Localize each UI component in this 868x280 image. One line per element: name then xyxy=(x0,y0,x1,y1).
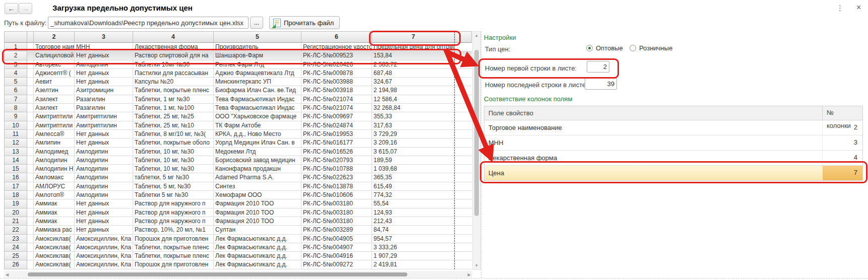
grid-cell[interactable]: МНН xyxy=(75,43,133,51)
grid-cell[interactable] xyxy=(27,199,34,208)
grid-cell[interactable]: Амлодипин xyxy=(75,173,133,182)
row-number-cell[interactable]: 8 xyxy=(5,104,27,112)
row-number-cell[interactable]: 23 xyxy=(5,235,27,243)
grid-cell[interactable]: Амлодипин xyxy=(75,165,133,173)
grid-cell[interactable]: Амоксиклав( xyxy=(34,243,75,252)
grid-cell[interactable] xyxy=(27,226,34,234)
grid-cell[interactable]: Таблетки, покрытые пленс xyxy=(133,243,214,252)
grid-cell[interactable]: Амлодипин xyxy=(75,60,133,69)
grid-cell[interactable]: Султан xyxy=(214,226,301,234)
mapping-row[interactable]: МНН3 xyxy=(484,135,862,151)
grid-cell[interactable] xyxy=(27,243,34,252)
grid-cell[interactable]: Аджио Фармацевтикалз Лтд xyxy=(214,69,301,78)
grid-cell[interactable]: Амоксиклав( xyxy=(34,260,75,269)
grid-cell[interactable] xyxy=(455,226,472,234)
grid-cell[interactable]: РК-ЛС-5№004916 xyxy=(301,252,372,260)
grid-cell[interactable]: Предельная цена для оптовой реализации xyxy=(372,43,455,51)
column-header-cell[interactable]: 7 xyxy=(372,32,455,43)
grid-cell[interactable] xyxy=(455,43,472,51)
grid-cell[interactable]: Уорлд Медицин Илач Сан. в xyxy=(214,138,301,147)
grid-cell[interactable] xyxy=(455,130,472,138)
grid-cell[interactable] xyxy=(455,112,472,121)
column-header-cell[interactable]: 4 xyxy=(133,32,214,43)
grid-cell[interactable] xyxy=(27,156,34,165)
grid-cell[interactable]: Амлодипин xyxy=(75,148,133,156)
grid-cell[interactable] xyxy=(27,148,34,156)
grid-cell[interactable]: РК-ЛС-5№004907 xyxy=(301,243,372,252)
grid-cell[interactable] xyxy=(455,51,472,60)
grid-cell[interactable]: РК-ЛС-5№020793 xyxy=(301,156,372,165)
mapping-column-number-cell[interactable]: 2 xyxy=(822,120,862,135)
mapping-row[interactable]: Торговое наименование2 xyxy=(484,120,862,135)
row-number-cell[interactable]: 19 xyxy=(5,199,27,208)
grid-cell[interactable]: РК-ЛС-5№003180 xyxy=(301,208,372,217)
grid-cell[interactable]: Амлесса® xyxy=(34,130,75,138)
grid-cell[interactable] xyxy=(27,69,34,78)
grid-cell[interactable]: РК-ЛС-5№009878 xyxy=(301,69,372,78)
grid-cell[interactable]: АМЛОРУС xyxy=(34,182,75,191)
row-number-cell[interactable]: 3 xyxy=(5,60,27,69)
radio-retail[interactable]: Розничные xyxy=(630,44,672,52)
grid-cell[interactable]: Амломакс xyxy=(34,173,75,182)
grid-cell[interactable]: Аммиака рас xyxy=(34,226,75,234)
grid-cell[interactable]: РК-ЛС-5№022623 xyxy=(301,173,372,182)
row-number-cell[interactable]: 2 xyxy=(5,51,27,60)
grid-cell[interactable] xyxy=(455,217,472,226)
row-number-cell[interactable]: 24 xyxy=(5,243,27,252)
grid-cell[interactable] xyxy=(27,130,34,138)
grid-cell[interactable]: Минскинтеркапс УП xyxy=(214,78,301,86)
row-number-cell[interactable]: 25 xyxy=(5,252,27,260)
grid-cell[interactable]: Таблетки, 1 мг №30 xyxy=(133,95,214,104)
scroll-right-icon[interactable]: ▶ xyxy=(468,272,471,277)
grid-cell[interactable]: Производитель xyxy=(214,43,301,51)
grid-cell[interactable]: Аджисепт® ( xyxy=(34,69,75,78)
scroll-up-icon[interactable]: ▲ xyxy=(473,33,480,38)
read-file-button[interactable]: Прочитать файл xyxy=(269,16,340,29)
grid-cell[interactable]: Таблетки 5 мг №30 xyxy=(133,191,214,199)
panel-splitter-vertical[interactable] xyxy=(481,31,481,278)
mapping-column-number-cell[interactable]: 4 xyxy=(822,151,862,165)
mapping-field-cell[interactable]: Торговое наименование xyxy=(484,124,822,131)
grid-cell[interactable]: Медокеми Лтд xyxy=(214,148,301,156)
first-row-input[interactable] xyxy=(587,61,609,73)
grid-cell[interactable]: РК-ЛС-5№020426 xyxy=(301,60,372,69)
grid-cell[interactable]: 355,33 xyxy=(372,112,455,121)
grid-cell[interactable]: Амлодипин xyxy=(75,182,133,191)
grid-cell[interactable] xyxy=(27,182,34,191)
grid-cell[interactable]: Амлотоп® xyxy=(34,191,75,199)
grid-cell[interactable]: 32 268,84 xyxy=(372,104,455,112)
row-number-cell[interactable]: 26 xyxy=(5,260,27,269)
grid-cell[interactable]: РК-ЛС-5№009697 xyxy=(301,112,372,121)
grid-cell[interactable]: Азелтин xyxy=(34,86,75,95)
grid-cell[interactable]: Пастилки для рассасыван xyxy=(133,69,214,78)
grid-cell[interactable]: Регистрационное удостоверение xyxy=(301,43,372,51)
grid-cell[interactable]: Таблетки, покрытые пленс xyxy=(133,252,214,260)
row-number-cell[interactable]: 4 xyxy=(5,69,27,78)
grid-cell[interactable] xyxy=(27,78,34,86)
grid-cell[interactable]: Аевит xyxy=(34,78,75,86)
grid-cell[interactable]: Биофарма Илач Сан. ве.Тид xyxy=(214,86,301,95)
vertical-scroll-thumb[interactable] xyxy=(474,50,479,216)
row-number-cell[interactable]: 20 xyxy=(5,208,27,217)
grid-cell[interactable]: 12 586,4 xyxy=(372,95,455,104)
grid-cell[interactable]: Нет данных xyxy=(75,226,133,234)
grid-cell[interactable]: Синтез xyxy=(214,182,301,191)
grid-cell[interactable] xyxy=(27,95,34,104)
grid-cell[interactable]: 365,35 xyxy=(372,173,455,182)
grid-cell[interactable]: 3 209,16 xyxy=(372,138,455,147)
grid-cell[interactable]: 2 419,81 xyxy=(372,260,455,269)
grid-cell[interactable]: Азилект xyxy=(34,95,75,104)
grid-cell[interactable] xyxy=(455,235,472,243)
grid-cell[interactable]: Раствор для наружного п xyxy=(133,208,214,217)
grid-cell[interactable]: Салициловой xyxy=(34,51,75,60)
grid-cell[interactable]: Аммиак xyxy=(34,217,75,226)
grid-cell[interactable]: Амитриптили xyxy=(34,112,75,121)
grid-cell[interactable]: РК-ЛС-5№024874 xyxy=(301,121,372,130)
grid-cell[interactable]: 124,93 xyxy=(372,208,455,217)
grid-cell[interactable] xyxy=(27,138,34,147)
grid-cell[interactable]: РК-ЛС-5№009272 xyxy=(301,260,372,269)
grid-cell[interactable]: РК-ЛС-5№010788 xyxy=(301,165,372,173)
file-path-input[interactable] xyxy=(48,17,249,29)
grid-cell[interactable]: Лек Фармасьютикалс д.д. xyxy=(214,243,301,252)
column-header-cell[interactable] xyxy=(455,32,472,43)
